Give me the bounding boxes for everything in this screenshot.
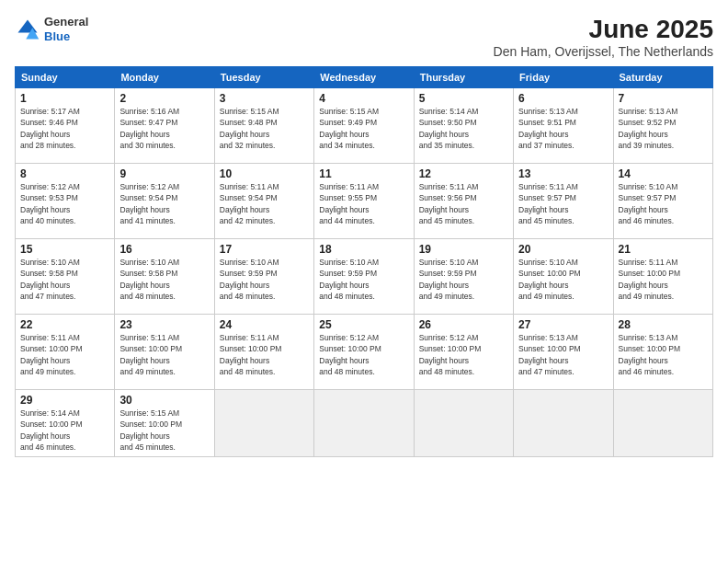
day-info: Sunrise: 5:12 AMSunset: 10:00 PMDaylight…	[319, 332, 408, 377]
table-row: 7Sunrise: 5:13 AMSunset: 9:52 PMDaylight…	[613, 88, 712, 164]
col-monday: Monday	[115, 67, 214, 88]
col-thursday: Thursday	[414, 67, 513, 88]
day-info: Sunrise: 5:11 AMSunset: 10:00 PMDaylight…	[119, 332, 209, 377]
day-number: 2	[119, 92, 209, 105]
logo: General Blue	[15, 15, 88, 43]
day-number: 15	[20, 243, 109, 256]
table-row: 3Sunrise: 5:15 AMSunset: 9:48 PMDaylight…	[214, 88, 313, 164]
table-row	[514, 390, 613, 457]
day-info: Sunrise: 5:10 AMSunset: 10:00 PMDaylight…	[518, 257, 608, 302]
day-info: Sunrise: 5:13 AMSunset: 10:00 PMDaylight…	[518, 332, 608, 377]
day-number: 7	[619, 92, 708, 105]
page-header: General Blue June 2025 Den Ham, Overijss…	[15, 15, 713, 59]
calendar-header-row: Sunday Monday Tuesday Wednesday Thursday…	[16, 67, 713, 88]
table-row: 22Sunrise: 5:11 AMSunset: 10:00 PMDaylig…	[16, 315, 115, 390]
table-row: 28Sunrise: 5:13 AMSunset: 10:00 PMDaylig…	[613, 315, 712, 390]
day-number: 3	[220, 92, 309, 105]
table-row: 1Sunrise: 5:17 AMSunset: 9:46 PMDaylight…	[16, 88, 115, 164]
table-row: 27Sunrise: 5:13 AMSunset: 10:00 PMDaylig…	[514, 315, 613, 390]
table-row: 21Sunrise: 5:11 AMSunset: 10:00 PMDaylig…	[613, 239, 712, 315]
day-info: Sunrise: 5:13 AMSunset: 9:52 PMDaylight …	[619, 106, 708, 151]
day-info: Sunrise: 5:12 AMSunset: 10:00 PMDaylight…	[419, 332, 508, 377]
table-row: 13Sunrise: 5:11 AMSunset: 9:57 PMDayligh…	[514, 164, 613, 239]
table-row: 17Sunrise: 5:10 AMSunset: 9:59 PMDayligh…	[214, 239, 313, 315]
day-number: 18	[319, 243, 408, 256]
day-number: 1	[20, 92, 109, 105]
day-info: Sunrise: 5:11 AMSunset: 9:56 PMDaylight …	[419, 181, 508, 226]
day-info: Sunrise: 5:15 AMSunset: 9:49 PMDaylight …	[319, 106, 408, 151]
table-row: 29Sunrise: 5:14 AMSunset: 10:00 PMDaylig…	[16, 390, 115, 457]
day-info: Sunrise: 5:17 AMSunset: 9:46 PMDaylight …	[20, 106, 109, 151]
day-info: Sunrise: 5:13 AMSunset: 9:51 PMDaylight …	[518, 106, 608, 151]
table-row: 5Sunrise: 5:14 AMSunset: 9:50 PMDaylight…	[414, 88, 513, 164]
table-row: 11Sunrise: 5:11 AMSunset: 9:55 PMDayligh…	[314, 164, 414, 239]
logo-icon	[15, 17, 40, 42]
day-number: 17	[220, 243, 309, 256]
table-row: 23Sunrise: 5:11 AMSunset: 10:00 PMDaylig…	[115, 315, 214, 390]
day-info: Sunrise: 5:12 AMSunset: 9:54 PMDaylight …	[119, 181, 209, 226]
day-info: Sunrise: 5:15 AMSunset: 10:00 PMDaylight…	[119, 408, 209, 453]
col-wednesday: Wednesday	[314, 67, 414, 88]
day-number: 19	[419, 243, 508, 256]
day-number: 16	[119, 243, 209, 256]
day-number: 9	[119, 167, 209, 180]
day-number: 24	[220, 318, 309, 331]
table-row: 4Sunrise: 5:15 AMSunset: 9:49 PMDaylight…	[314, 88, 414, 164]
day-info: Sunrise: 5:15 AMSunset: 9:48 PMDaylight …	[220, 106, 309, 151]
col-sunday: Sunday	[16, 67, 115, 88]
col-saturday: Saturday	[613, 67, 712, 88]
day-info: Sunrise: 5:10 AMSunset: 9:58 PMDaylight …	[119, 257, 209, 302]
col-friday: Friday	[514, 67, 613, 88]
day-info: Sunrise: 5:16 AMSunset: 9:47 PMDaylight …	[119, 106, 209, 151]
table-row: 20Sunrise: 5:10 AMSunset: 10:00 PMDaylig…	[514, 239, 613, 315]
table-row: 25Sunrise: 5:12 AMSunset: 10:00 PMDaylig…	[314, 315, 414, 390]
day-info: Sunrise: 5:10 AMSunset: 9:58 PMDaylight …	[20, 257, 109, 302]
month-title: June 2025	[494, 15, 713, 44]
day-number: 10	[220, 167, 309, 180]
day-number: 28	[619, 318, 708, 331]
svg-marker-0	[18, 19, 38, 32]
day-info: Sunrise: 5:13 AMSunset: 10:00 PMDaylight…	[619, 332, 708, 377]
day-info: Sunrise: 5:10 AMSunset: 9:59 PMDaylight …	[419, 257, 508, 302]
table-row: 19Sunrise: 5:10 AMSunset: 9:59 PMDayligh…	[414, 239, 513, 315]
day-number: 6	[518, 92, 608, 105]
day-number: 22	[20, 318, 109, 331]
day-number: 30	[119, 394, 209, 407]
day-number: 26	[419, 318, 508, 331]
day-number: 11	[319, 167, 408, 180]
day-info: Sunrise: 5:11 AMSunset: 9:57 PMDaylight …	[518, 181, 608, 226]
table-row: 14Sunrise: 5:10 AMSunset: 9:57 PMDayligh…	[613, 164, 712, 239]
table-row	[214, 390, 313, 457]
day-number: 5	[419, 92, 508, 105]
day-info: Sunrise: 5:11 AMSunset: 9:55 PMDaylight …	[319, 181, 408, 226]
day-info: Sunrise: 5:14 AMSunset: 10:00 PMDaylight…	[20, 408, 109, 453]
table-row: 15Sunrise: 5:10 AMSunset: 9:58 PMDayligh…	[16, 239, 115, 315]
day-number: 12	[419, 167, 508, 180]
table-row: 26Sunrise: 5:12 AMSunset: 10:00 PMDaylig…	[414, 315, 513, 390]
table-row: 10Sunrise: 5:11 AMSunset: 9:54 PMDayligh…	[214, 164, 313, 239]
day-number: 8	[20, 167, 109, 180]
col-tuesday: Tuesday	[214, 67, 313, 88]
table-row: 12Sunrise: 5:11 AMSunset: 9:56 PMDayligh…	[414, 164, 513, 239]
table-row	[314, 390, 414, 457]
day-number: 23	[119, 318, 209, 331]
day-number: 14	[619, 167, 708, 180]
day-number: 27	[518, 318, 608, 331]
table-row: 30Sunrise: 5:15 AMSunset: 10:00 PMDaylig…	[115, 390, 214, 457]
table-row: 6Sunrise: 5:13 AMSunset: 9:51 PMDaylight…	[514, 88, 613, 164]
day-number: 21	[619, 243, 708, 256]
table-row: 2Sunrise: 5:16 AMSunset: 9:47 PMDaylight…	[115, 88, 214, 164]
location: Den Ham, Overijssel, The Netherlands	[494, 44, 713, 59]
day-info: Sunrise: 5:14 AMSunset: 9:50 PMDaylight …	[419, 106, 508, 151]
table-row	[613, 390, 712, 457]
day-number: 13	[518, 167, 608, 180]
day-number: 4	[319, 92, 408, 105]
table-row: 16Sunrise: 5:10 AMSunset: 9:58 PMDayligh…	[115, 239, 214, 315]
title-block: June 2025 Den Ham, Overijssel, The Nethe…	[494, 15, 713, 59]
day-number: 20	[518, 243, 608, 256]
logo-blue: Blue	[44, 29, 88, 44]
logo-general: General	[44, 15, 88, 29]
day-info: Sunrise: 5:11 AMSunset: 9:54 PMDaylight …	[220, 181, 309, 226]
table-row: 9Sunrise: 5:12 AMSunset: 9:54 PMDaylight…	[115, 164, 214, 239]
calendar: Sunday Monday Tuesday Wednesday Thursday…	[15, 66, 713, 457]
